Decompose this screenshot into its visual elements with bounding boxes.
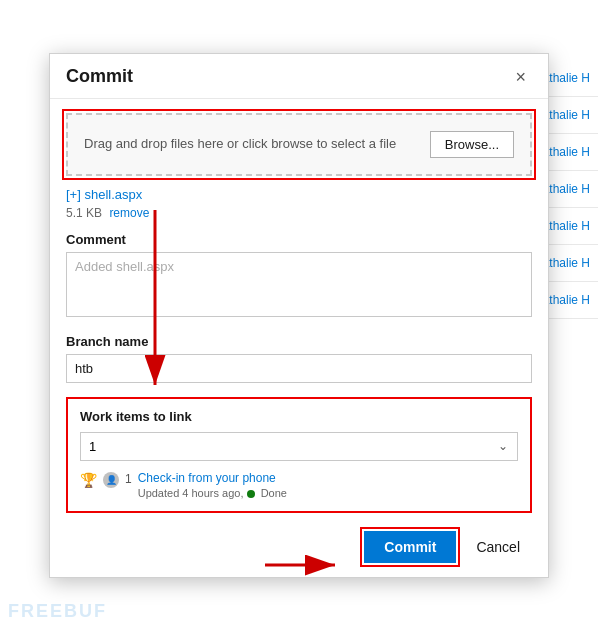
drop-zone-text: Drag and drop files here or click browse… [84, 135, 396, 153]
commit-modal: Commit × Drag and drop files here or cli… [49, 53, 549, 578]
cancel-button[interactable]: Cancel [464, 531, 532, 563]
modal-header: Commit × [50, 54, 548, 99]
work-item-details-block: Check-in from your phone Updated 4 hours… [138, 471, 287, 499]
browse-button[interactable]: Browse... [430, 131, 514, 158]
work-item-status: Updated 4 hours ago, Done [138, 487, 287, 499]
branch-label: Branch name [66, 334, 532, 349]
file-meta: 5.1 KB remove [66, 206, 532, 220]
modal-title: Commit [66, 66, 133, 87]
branch-input[interactable] [66, 354, 532, 383]
commit-button[interactable]: Commit [364, 531, 456, 563]
comment-label: Comment [66, 232, 532, 247]
status-dot [247, 490, 255, 498]
modal-body: Drag and drop files here or click browse… [50, 99, 548, 577]
status-text: Done [261, 487, 287, 499]
work-items-select[interactable]: 1 [80, 432, 518, 461]
file-name: [+] shell.aspx [66, 187, 142, 202]
updated-text: Updated 4 hours ago, [138, 487, 244, 499]
work-items-section: Work items to link 1 ⌄ 🏆 👤 1 Check-in fr… [66, 397, 532, 513]
modal-footer: Commit Cancel [66, 527, 532, 563]
avatar: 👤 [103, 472, 119, 488]
file-size: 5.1 KB [66, 206, 102, 220]
close-button[interactable]: × [509, 66, 532, 88]
watermark: FREEBUF [8, 601, 107, 622]
trophy-icon: 🏆 [80, 472, 97, 488]
remove-link[interactable]: remove [109, 206, 149, 220]
work-item-link[interactable]: Check-in from your phone [138, 471, 276, 485]
select-wrapper: 1 ⌄ [80, 432, 518, 461]
work-items-label: Work items to link [80, 409, 518, 424]
drop-zone[interactable]: Drag and drop files here or click browse… [66, 113, 532, 176]
file-info: [+] shell.aspx [66, 186, 532, 202]
work-item-row: 🏆 👤 1 Check-in from your phone Updated 4… [80, 471, 518, 499]
comment-textarea[interactable] [66, 252, 532, 317]
work-item-number: 1 [125, 472, 132, 486]
